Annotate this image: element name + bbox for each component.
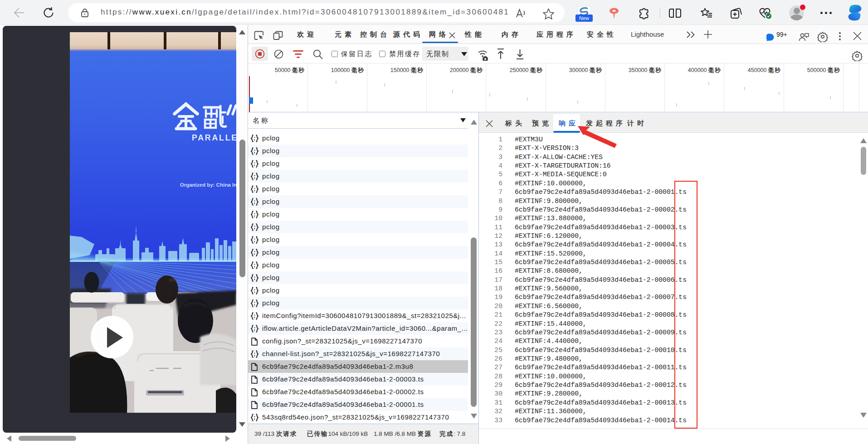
svg-text:PARALLEL S: PARALLEL S bbox=[192, 133, 236, 142]
svg-text:Organized by: China Intern: Organized by: China Intern bbox=[180, 182, 236, 188]
